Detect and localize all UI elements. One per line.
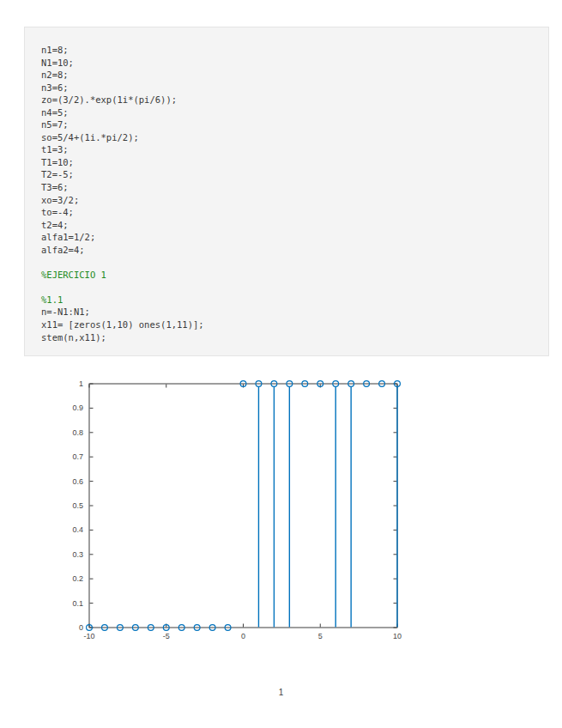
code-line: so=5/4+(1i.*pi/2); (41, 131, 541, 144)
matlab-code-block: n1=8;N1=10;n2=8;n3=6;zo=(3/2).*exp(1i*(p… (24, 27, 549, 356)
code-line: t1=3; (41, 143, 541, 156)
stem-plot-figure: 00.10.20.30.40.50.60.70.80.91-10-50510 (51, 369, 412, 652)
y-tick-label: 0.9 (72, 403, 83, 412)
y-tick-label: 0.8 (72, 428, 83, 437)
code-line: to=-4; (41, 206, 541, 219)
code-comment-line: %EJERCICIO 1 (41, 269, 541, 282)
code-line: alfa2=4; (41, 244, 541, 257)
code-line: t2=4; (41, 219, 541, 232)
code-line (41, 256, 541, 269)
x-tick-label: -5 (163, 632, 170, 640)
page-number: 1 (0, 688, 562, 697)
code-line: n2=8; (41, 69, 541, 82)
y-tick-label: 0.6 (72, 477, 83, 486)
code-line: n5=7; (41, 118, 541, 131)
code-line (41, 281, 541, 294)
y-tick-label: 1 (79, 379, 83, 388)
code-line: n4=5; (41, 106, 541, 119)
code-line: n1=8; (41, 44, 541, 57)
y-tick-label: 0.3 (72, 550, 83, 559)
x-tick-label: 5 (318, 632, 323, 640)
y-tick-label: 0 (79, 623, 83, 632)
code-line: N1=10; (41, 57, 541, 70)
code-line: T3=6; (41, 181, 541, 194)
y-tick-label: 0.5 (72, 501, 83, 510)
stem-plot-svg: 00.10.20.30.40.50.60.70.80.91-10-50510 (51, 369, 412, 652)
code-line: T1=10; (41, 156, 541, 169)
code-line: xo=3/2; (41, 194, 541, 207)
y-tick-label: 0.7 (72, 452, 83, 461)
y-tick-label: 0.2 (72, 574, 83, 583)
y-tick-label: 0.1 (72, 599, 83, 608)
x-tick-label: 0 (241, 632, 245, 640)
code-line: n3=6; (41, 82, 541, 94)
code-line: zo=(3/2).*exp(1i*(pi/6)); (41, 94, 541, 106)
x-tick-label: 10 (393, 632, 402, 640)
code-line: alfa1=1/2; (41, 231, 541, 244)
code-line: stem(n,x11); (41, 331, 541, 344)
code-comment-line: %1.1 (41, 294, 541, 306)
y-tick-label: 0.4 (72, 525, 83, 534)
x-tick-label: -10 (83, 632, 94, 640)
code-line: x11= [zeros(1,10) ones(1,11)]; (41, 318, 541, 331)
code-line: T2=-5; (41, 168, 541, 181)
code-line: n=-N1:N1; (41, 306, 541, 318)
